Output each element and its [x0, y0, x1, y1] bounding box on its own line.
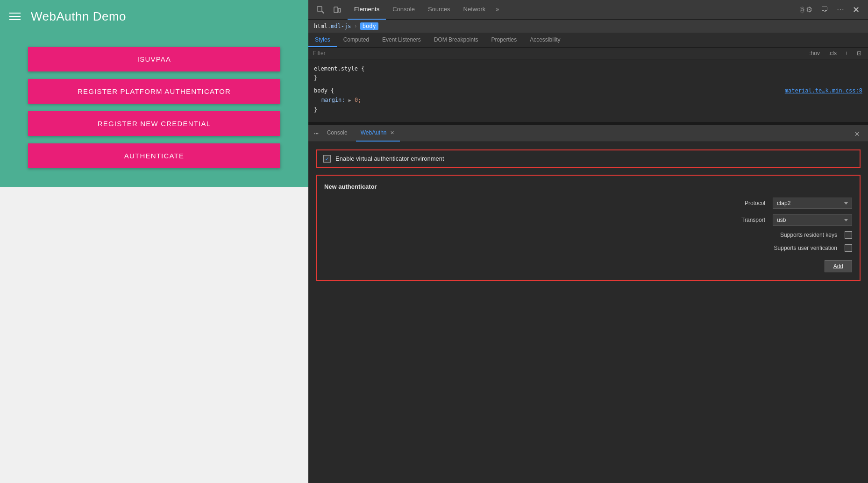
app-header: WebAuthn Demo [0, 0, 308, 33]
styles-tabs-bar: Styles Computed Event Listeners DOM Brea… [308, 33, 868, 48]
devtools-panel: Elements Console Sources Network » ⚙ 🗨 ⋯… [308, 0, 868, 483]
bottom-tab-webauthn[interactable]: WebAuthn ✕ [356, 125, 400, 142]
webauthn-tab-label: WebAuthn [361, 129, 387, 136]
nav-tab-console[interactable]: Console [386, 0, 421, 20]
element-path-bar: html.mdl-js › body [308, 20, 868, 33]
protocol-label: Protocol [681, 200, 765, 206]
more-options-icon[interactable]: ⋯ [834, 3, 847, 16]
filter-bar: :hov .cls + ⊡ [308, 48, 868, 59]
close-bottom-panel-icon[interactable]: ✕ [852, 128, 862, 139]
margin-property: margin: [321, 97, 349, 103]
element-style-selector: element.style { [314, 65, 364, 72]
body-path-tag[interactable]: body [360, 22, 378, 30]
svg-rect-0 [317, 7, 322, 11]
auth-form: Protocol ctap2 u2f Transport usb nfc ble [324, 198, 852, 272]
styles-tab-dom-breakpoints[interactable]: DOM Breakpoints [427, 33, 485, 47]
html-path-tag[interactable]: html.mdl-js [314, 23, 351, 29]
styles-tab-styles[interactable]: Styles [308, 33, 337, 47]
protocol-select[interactable]: ctap2 u2f [773, 198, 852, 209]
devtools-nav-tabs: Elements Console Sources Network » [348, 0, 792, 20]
new-auth-title: New authenticator [324, 183, 852, 190]
nav-more-button[interactable]: » [492, 0, 503, 20]
body-style-selector: body { [314, 87, 334, 94]
svg-rect-3 [338, 8, 341, 12]
add-btn-row: Add [324, 260, 852, 272]
cls-button[interactable]: .cls [826, 50, 839, 57]
bottom-more-icon[interactable]: ⋯ [314, 129, 319, 138]
element-style-rule: element.style { } [314, 64, 862, 83]
styles-tab-properties[interactable]: Properties [484, 33, 523, 47]
styles-tab-computed[interactable]: Computed [337, 33, 376, 47]
svg-rect-2 [334, 7, 338, 13]
app-title: WebAuthn Demo [31, 9, 126, 24]
close-devtools-icon[interactable]: ✕ [850, 3, 862, 17]
isuvpaa-button[interactable]: ISUVPAA [28, 47, 280, 71]
body-style-rule: body { material.te…k.min.css:8 margin: ▶… [314, 86, 862, 114]
styles-tab-accessibility[interactable]: Accessibility [523, 33, 567, 47]
resident-keys-label: Supports resident keys [753, 232, 837, 238]
inspect-element-icon[interactable] [314, 4, 327, 15]
enable-virtual-auth-row: Enable virtual authenticator environment [316, 149, 861, 168]
webauthn-content: Enable virtual authenticator environment… [308, 142, 868, 483]
user-verification-checkbox[interactable] [845, 244, 852, 252]
register-platform-button[interactable]: REGISTER PLATFORM AUTHENTICATOR [28, 79, 280, 104]
enable-virtual-auth-checkbox[interactable] [323, 155, 331, 163]
transport-select[interactable]: usb nfc ble internal [773, 214, 852, 226]
app-buttons-area: ISUVPAA REGISTER PLATFORM AUTHENTICATOR … [0, 33, 308, 187]
add-style-button[interactable]: + [843, 50, 850, 57]
hamburger-icon[interactable] [9, 13, 21, 20]
new-authenticator-section: New authenticator Protocol ctap2 u2f Tra… [316, 175, 861, 281]
resident-keys-row: Supports resident keys [324, 231, 852, 239]
hov-button[interactable]: :hov [807, 50, 822, 57]
devtools-toolbar: Elements Console Sources Network » ⚙ 🗨 ⋯… [308, 0, 868, 20]
protocol-row: Protocol ctap2 u2f [324, 198, 852, 209]
user-verification-row: Supports user verification [324, 244, 852, 252]
left-panel: WebAuthn Demo ISUVPAA REGISTER PLATFORM … [0, 0, 308, 483]
style-source-link[interactable]: material.te…k.min.css:8 [785, 86, 862, 95]
webauthn-tab-close-icon[interactable]: ✕ [389, 129, 395, 136]
filter-input[interactable] [313, 50, 804, 57]
toggle-sidebar-button[interactable]: ⊡ [855, 50, 863, 57]
expand-margin-icon[interactable]: ▶ [349, 98, 351, 103]
device-toggle-icon[interactable] [331, 4, 344, 15]
styles-content: element.style { } body { material.te…k.m… [308, 59, 868, 122]
app-content-area [0, 187, 308, 483]
enable-virtual-auth-label: Enable virtual authenticator environment [335, 155, 444, 162]
styles-tab-event-listeners[interactable]: Event Listeners [376, 33, 427, 47]
register-credential-button[interactable]: REGISTER NEW CREDENTIAL [28, 111, 280, 136]
bottom-tab-console[interactable]: Console [322, 125, 352, 142]
settings-icon[interactable]: ⚙ [796, 3, 815, 16]
nav-tab-elements[interactable]: Elements [348, 0, 386, 20]
margin-value: 0; [355, 97, 361, 103]
filter-actions: :hov .cls + ⊡ [807, 50, 863, 57]
user-verification-label: Supports user verification [753, 245, 837, 251]
body-style-close: } [314, 107, 317, 113]
devtools-right-icons: ⚙ 🗨 ⋯ ✕ [796, 3, 862, 17]
transport-row: Transport usb nfc ble internal [324, 214, 852, 226]
svg-line-1 [322, 11, 324, 13]
bottom-tabs-bar: ⋯ Console WebAuthn ✕ ✕ [308, 125, 868, 142]
element-style-close: } [314, 75, 317, 81]
add-authenticator-button[interactable]: Add [825, 260, 852, 272]
bottom-panel: ⋯ Console WebAuthn ✕ ✕ Enable virtual au… [308, 125, 868, 483]
resident-keys-checkbox[interactable] [845, 231, 852, 239]
nav-tab-sources[interactable]: Sources [421, 0, 457, 20]
authenticate-button[interactable]: AUTHENTICATE [28, 143, 280, 168]
feedback-icon[interactable]: 🗨 [818, 4, 831, 16]
transport-label: Transport [681, 217, 765, 223]
nav-tab-network[interactable]: Network [457, 0, 492, 20]
